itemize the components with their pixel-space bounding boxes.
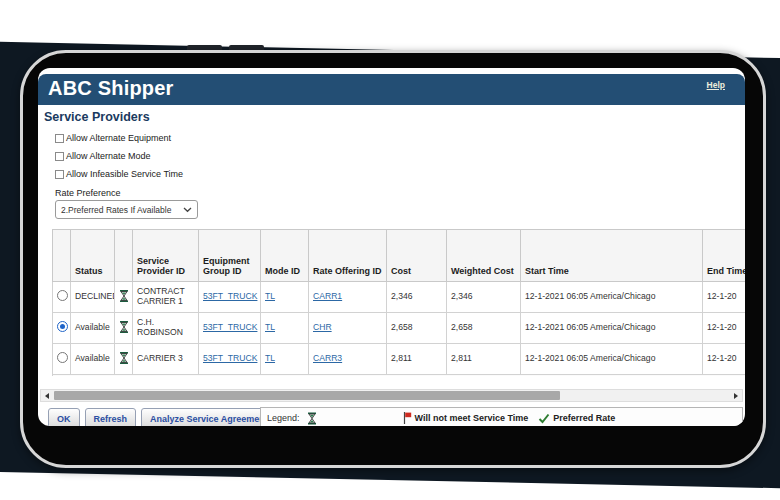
- table-header-row: Status Service Provider ID Equipment Gro…: [53, 230, 746, 282]
- header-cost: Cost: [387, 230, 447, 282]
- table-footer-strip: [53, 375, 746, 377]
- row-flag-cell: [115, 344, 133, 375]
- red-flag-icon: [403, 412, 412, 424]
- checkbox-label: Allow Infeasible Service Time: [66, 169, 183, 179]
- checkbox-label: Allow Alternate Mode: [66, 151, 151, 161]
- service-providers-table: Status Service Provider ID Equipment Gro…: [52, 229, 745, 376]
- mode-link[interactable]: TL: [265, 353, 275, 363]
- header-mode: Mode ID: [261, 230, 309, 282]
- equipment-group-link[interactable]: 53FT_TRUCK: [203, 291, 257, 301]
- hourglass-icon: [307, 412, 317, 425]
- checkbox-row-allow-infeasible-service-time: Allow Infeasible Service Time: [55, 168, 183, 180]
- table-row: Available C.H. ROBINSON 53FT_TRUCK TL CH…: [53, 313, 746, 344]
- cost-cell: 2,811: [387, 344, 447, 375]
- mode-link[interactable]: TL: [265, 322, 275, 332]
- rate-offering-link[interactable]: CHR: [313, 322, 332, 332]
- refresh-button[interactable]: Refresh: [85, 408, 137, 426]
- app-title: ABC Shipper: [48, 77, 174, 100]
- app-header-bar: ABC Shipper Help: [38, 74, 745, 105]
- chevron-down-icon: [183, 207, 192, 213]
- equipment-group-link[interactable]: 53FT_TRUCK: [203, 353, 257, 363]
- weighted-cost-cell: 2,811: [447, 344, 521, 375]
- legend-text: Will not meet Service Time: [415, 413, 529, 423]
- end-time-cell: 12-1-20: [703, 344, 746, 375]
- start-time-cell: 12-1-2021 06:05 America/Chicago: [521, 282, 703, 313]
- equipment-group-link[interactable]: 53FT_TRUCK: [203, 322, 257, 332]
- service-provider-cell: C.H. ROBINSON: [133, 313, 199, 344]
- horizontal-scrollbar[interactable]: [40, 389, 743, 402]
- rate-preference-value: 2.Preferred Rates If Available: [56, 205, 183, 215]
- footer-button-bar: OK Refresh Analyze Service Agreement: [48, 408, 277, 426]
- allow-alternate-mode-checkbox[interactable]: [55, 152, 64, 161]
- header-flags: [115, 230, 133, 282]
- service-provider-cell: CARRIER 3: [133, 344, 199, 375]
- legend-box: Legend: Will not meet Service Time Prefe…: [260, 407, 743, 426]
- table-row: DECLINED CONTRACT CARRIER 1 53FT_TRUCK T…: [53, 282, 746, 313]
- preferred-rate-icon: [538, 413, 550, 424]
- hourglass-icon: [119, 352, 129, 364]
- status-cell: Available: [71, 313, 115, 344]
- legend-item-service-time: Will not meet Service Time: [403, 412, 529, 424]
- cost-cell: 2,658: [387, 313, 447, 344]
- row-radio-selected[interactable]: [57, 321, 68, 332]
- end-time-cell: 12-1-20: [703, 282, 746, 313]
- hourglass-icon: [119, 321, 129, 333]
- header-status: Status: [71, 230, 115, 282]
- end-time-cell: 12-1-20: [703, 313, 746, 344]
- allow-infeasible-service-time-checkbox[interactable]: [55, 170, 64, 179]
- rate-preference-select[interactable]: 2.Preferred Rates If Available: [55, 200, 198, 219]
- header-service-provider: Service Provider ID: [133, 230, 199, 282]
- scroll-right-arrow-icon[interactable]: [734, 393, 738, 399]
- rate-preference-label: Rate Preference: [55, 188, 121, 198]
- checkbox-row-allow-alternate-equipment: Allow Alternate Equipment: [55, 132, 171, 144]
- service-provider-cell: CONTRACT CARRIER 1: [133, 282, 199, 313]
- checkbox-label: Allow Alternate Equipment: [66, 133, 171, 143]
- help-link[interactable]: Help: [707, 80, 725, 90]
- header-start-time: Start Time: [521, 230, 703, 282]
- legend-item-preferred-rate: Preferred Rate: [538, 413, 615, 424]
- header-select: [53, 230, 71, 282]
- hourglass-icon: [119, 290, 129, 302]
- scroll-left-arrow-icon[interactable]: [45, 393, 49, 399]
- rate-offering-link[interactable]: CARR3: [313, 353, 342, 363]
- header-end-time: End Time: [703, 230, 746, 282]
- row-radio[interactable]: [57, 290, 68, 301]
- legend-text: Preferred Rate: [553, 413, 615, 423]
- allow-alternate-equipment-checkbox[interactable]: [55, 134, 64, 143]
- row-radio[interactable]: [57, 352, 68, 363]
- start-time-cell: 12-1-2021 06:05 America/Chicago: [521, 344, 703, 375]
- tablet-screen: ABC Shipper Help Service Providers Allow…: [38, 68, 745, 426]
- table-row: Available CARRIER 3 53FT_TRUCK TL CARR3 …: [53, 344, 746, 375]
- cost-cell: 2,346: [387, 282, 447, 313]
- legend-label: Legend:: [267, 413, 300, 423]
- header-rate-offering: Rate Offering ID: [309, 230, 387, 282]
- analyze-service-agreement-button[interactable]: Analyze Service Agreement: [141, 408, 277, 426]
- header-equipment-group: Equipment Group ID: [199, 230, 261, 282]
- ok-button[interactable]: OK: [48, 408, 80, 426]
- status-cell: DECLINED: [71, 282, 115, 313]
- row-flag-cell: [115, 313, 133, 344]
- checkbox-row-allow-alternate-mode: Allow Alternate Mode: [55, 150, 151, 162]
- weighted-cost-cell: 2,346: [447, 282, 521, 313]
- scrollbar-thumb[interactable]: [54, 391, 560, 400]
- row-flag-cell: [115, 282, 133, 313]
- legend-item-hourglass: [307, 412, 317, 425]
- start-time-cell: 12-1-2021 06:05 America/Chicago: [521, 313, 703, 344]
- page-title: Service Providers: [44, 110, 150, 124]
- mode-link[interactable]: TL: [265, 291, 275, 301]
- rate-offering-link[interactable]: CARR1: [313, 291, 342, 301]
- header-weighted-cost: Weighted Cost: [447, 230, 521, 282]
- status-cell: Available: [71, 344, 115, 375]
- weighted-cost-cell: 2,658: [447, 313, 521, 344]
